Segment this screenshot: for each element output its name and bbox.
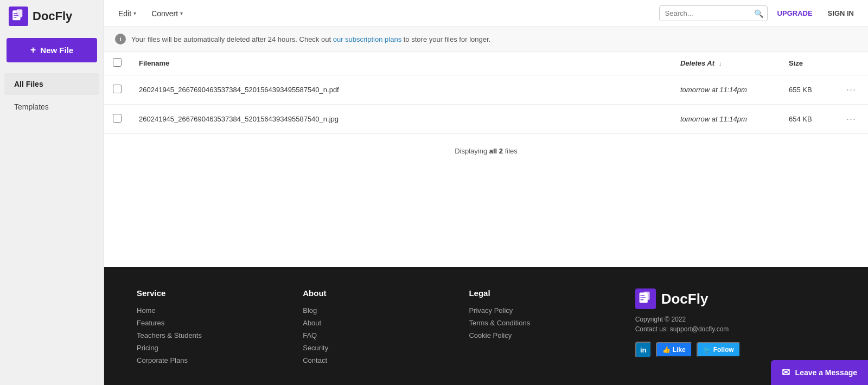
- file-actions-cell: ···: [834, 105, 868, 134]
- row-checkbox-cell: [104, 105, 130, 134]
- footer-link-contact[interactable]: Contact: [303, 356, 436, 364]
- search-container: 🔍: [659, 5, 768, 21]
- file-size-cell: 655 KB: [780, 75, 834, 105]
- footer-link-home[interactable]: Home: [137, 306, 270, 315]
- footer-about-heading: About: [303, 288, 436, 298]
- footer-about-col: About Blog About FAQ Security Contact: [303, 288, 436, 369]
- file-actions-cell: ···: [834, 75, 868, 105]
- footer-link-terms[interactable]: Terms & Conditions: [469, 319, 602, 327]
- edit-dropdown-arrow: ▾: [133, 10, 136, 16]
- footer-link-corporate[interactable]: Corporate Plans: [137, 356, 270, 364]
- table-row: 260241945_2667690463537384_5201564393495…: [104, 75, 868, 105]
- row-checkbox-cell: [104, 75, 130, 105]
- facebook-button[interactable]: 👍 Like: [656, 342, 692, 357]
- twitter-button[interactable]: 🐦 Follow: [697, 342, 741, 357]
- sidebar-item-all-files[interactable]: All Files: [4, 73, 99, 95]
- linkedin-button[interactable]: in: [635, 342, 652, 358]
- sidebar-nav: All Files Templates: [0, 72, 104, 119]
- footer-link-about[interactable]: About: [303, 319, 436, 327]
- displaying-text: Displaying all 2 files: [104, 134, 868, 168]
- header-filename: Filename: [130, 52, 672, 75]
- search-icon: 🔍: [754, 9, 763, 18]
- main-wrapper: Edit ▾ Convert ▾ 🔍 UPGRADE SIGN IN i You…: [104, 0, 868, 385]
- footer-legal-heading: Legal: [469, 288, 602, 298]
- footer-link-features[interactable]: Features: [137, 319, 270, 327]
- footer-link-pricing[interactable]: Pricing: [137, 344, 270, 352]
- footer-logo-area: DocFly: [635, 288, 835, 309]
- signin-button[interactable]: SIGN IN: [822, 6, 859, 21]
- footer-link-teachers[interactable]: Teachers & Students: [137, 331, 270, 339]
- leave-message-button[interactable]: ✉ Leave a Message: [771, 360, 868, 385]
- footer-contact: Contact us: support@docfly.com: [635, 325, 835, 333]
- footer-link-security[interactable]: Security: [303, 344, 436, 352]
- topbar: Edit ▾ Convert ▾ 🔍 UPGRADE SIGN IN: [104, 0, 868, 27]
- footer-service-heading: Service: [137, 288, 270, 298]
- footer-copyright: Copyright © 2022: [635, 316, 835, 323]
- convert-menu[interactable]: Convert ▾: [146, 6, 188, 21]
- search-input[interactable]: [659, 5, 768, 21]
- plus-icon: +: [30, 44, 36, 56]
- file-deletes-at-cell: tomorrow at 11:14pm: [672, 75, 780, 105]
- social-buttons: in 👍 Like 🐦 Follow: [635, 342, 835, 358]
- footer-logo-icon: [635, 288, 656, 309]
- sort-arrow-icon: ↓: [719, 60, 722, 67]
- header-actions: [834, 52, 868, 75]
- upgrade-button[interactable]: UPGRADE: [772, 6, 818, 21]
- footer-link-faq[interactable]: FAQ: [303, 331, 436, 339]
- file-deletes-at-cell: tomorrow at 11:14pm: [672, 105, 780, 134]
- convert-dropdown-arrow: ▾: [180, 10, 183, 16]
- info-banner: i Your files will be automatically delet…: [104, 27, 868, 52]
- file-name-cell: 260241945_2667690463537384_5201564393495…: [130, 105, 672, 134]
- file-size-cell: 654 KB: [780, 105, 834, 134]
- footer-link-cookie[interactable]: Cookie Policy: [469, 331, 602, 339]
- docfly-logo-icon: [9, 7, 28, 26]
- footer-logo-text: DocFly: [661, 291, 709, 307]
- file-table: Filename Deletes At ↓ Size 260241945_266…: [104, 52, 868, 134]
- footer-link-privacy[interactable]: Privacy Policy: [469, 306, 602, 315]
- footer: Service Home Features Teachers & Student…: [104, 267, 868, 385]
- sidebar: DocFly + New File All Files Templates: [0, 0, 104, 385]
- logo-text: DocFly: [33, 9, 72, 23]
- info-text: Your files will be automatically deleted…: [131, 35, 490, 43]
- subscription-link[interactable]: our subscription plans: [333, 35, 401, 43]
- file-more-button[interactable]: ···: [843, 112, 859, 126]
- new-file-button[interactable]: + New File: [7, 38, 97, 62]
- header-deletes-at: Deletes At ↓: [672, 52, 780, 75]
- select-all-checkbox[interactable]: [113, 58, 122, 67]
- sidebar-item-templates[interactable]: Templates: [4, 96, 99, 118]
- file-checkbox-0[interactable]: [113, 85, 122, 93]
- file-checkbox-1[interactable]: [113, 114, 122, 123]
- content-area: i Your files will be automatically delet…: [104, 27, 868, 267]
- info-icon: i: [115, 34, 126, 44]
- footer-link-blog[interactable]: Blog: [303, 306, 436, 315]
- footer-legal-col: Legal Privacy Policy Terms & Conditions …: [469, 288, 602, 369]
- header-size: Size: [780, 52, 834, 75]
- file-name-cell: 260241945_2667690463537384_5201564393495…: [130, 75, 672, 105]
- file-more-button[interactable]: ···: [843, 83, 859, 97]
- message-icon: ✉: [782, 367, 790, 378]
- edit-menu[interactable]: Edit ▾: [113, 6, 142, 21]
- header-checkbox-cell: [104, 52, 130, 75]
- footer-service-col: Service Home Features Teachers & Student…: [137, 288, 270, 369]
- logo[interactable]: DocFly: [0, 0, 104, 33]
- table-row: 260241945_2667690463537384_5201564393495…: [104, 105, 868, 134]
- footer-logo-col: DocFly Copyright © 2022 Contact us: supp…: [635, 288, 835, 369]
